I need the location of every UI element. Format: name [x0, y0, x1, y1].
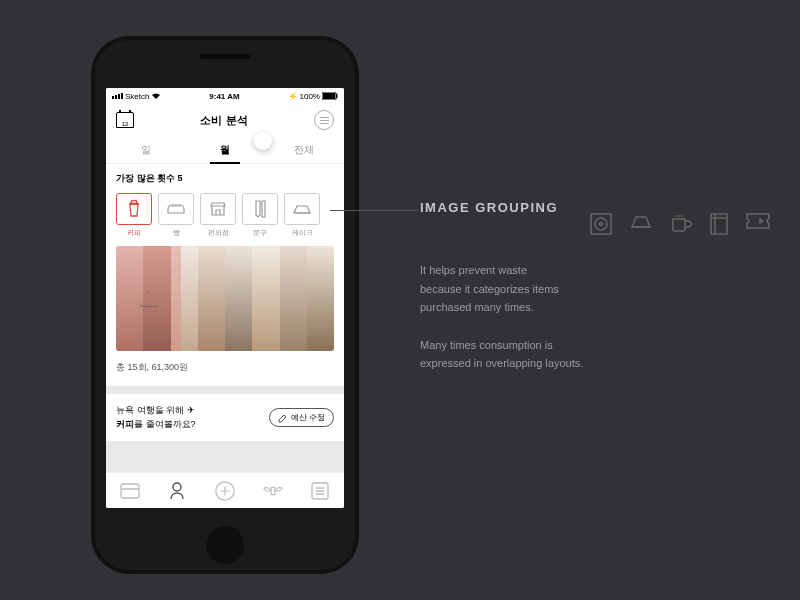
page-title: 소비 분석 [200, 113, 247, 128]
tab-month[interactable]: 월 [185, 136, 264, 163]
battery-icon [322, 92, 338, 100]
section-title: 가장 많은 횟수 5 [116, 172, 334, 185]
phone-frame: Sketch 9:41 AM ⚡ 100% 12 소비 분석 일 월 전체 가장… [95, 40, 355, 570]
status-bar: Sketch 9:41 AM ⚡ 100% [106, 88, 344, 104]
bread-icon [166, 202, 186, 216]
image-collage[interactable] [116, 246, 334, 351]
menu-icon[interactable] [314, 110, 334, 130]
tab-wallet[interactable] [119, 480, 141, 502]
edit-icon [278, 413, 288, 423]
tab-list[interactable] [309, 480, 331, 502]
wifi-icon [151, 92, 161, 100]
svg-point-10 [595, 218, 607, 230]
svg-rect-7 [271, 487, 275, 494]
category-row: 커피 빵 편의점 문구 케이크 [116, 193, 334, 238]
cat-stationery[interactable]: 문구 [242, 193, 278, 238]
plane-icon: ✈ [187, 405, 195, 415]
ticket-icon [746, 213, 770, 235]
tab-analysis[interactable] [166, 480, 188, 502]
content: 가장 많은 횟수 5 커피 빵 편의점 문구 [106, 164, 344, 472]
panel-title: IMAGE GROUPING [420, 200, 558, 215]
store-icon [209, 200, 227, 218]
tab-wings[interactable] [262, 480, 284, 502]
header: 12 소비 분석 [106, 104, 344, 136]
summary-text: 총 15회, 61,300원 [116, 351, 334, 378]
svg-point-3 [131, 201, 137, 204]
tab-indicator-dot [254, 132, 272, 150]
panel-desc: It helps prevent waste because it catego… [420, 261, 760, 373]
suggestion-msg: 뉴욕 여행을 위해 ✈ 커피를 줄여볼까요? [116, 404, 196, 431]
svg-point-5 [173, 483, 181, 491]
budget-button[interactable]: 예산 수정 [269, 408, 334, 427]
bluetooth-icon: ⚡ [288, 92, 298, 101]
tab-add[interactable] [214, 480, 236, 502]
disc-icon [590, 213, 612, 235]
signal-icon [112, 93, 123, 99]
cake-icon [292, 202, 312, 216]
mug-icon [670, 213, 692, 235]
suggestion-section: 뉴욕 여행을 위해 ✈ 커피를 줄여볼까요? 예산 수정 [106, 394, 344, 441]
cat-store[interactable]: 편의점 [200, 193, 236, 238]
screen: Sketch 9:41 AM ⚡ 100% 12 소비 분석 일 월 전체 가장… [106, 88, 344, 508]
svg-rect-4 [121, 484, 139, 498]
cat-coffee[interactable]: 커피 [116, 193, 152, 238]
panel-icons [590, 213, 760, 235]
svg-rect-2 [336, 94, 338, 98]
battery-pct: 100% [300, 92, 320, 101]
svg-point-11 [600, 223, 603, 226]
cat-bread[interactable]: 빵 [158, 193, 194, 238]
svg-rect-9 [591, 214, 611, 234]
cat-cake[interactable]: 케이크 [284, 193, 320, 238]
cup-icon [126, 199, 142, 219]
calendar-icon[interactable]: 12 [116, 112, 134, 128]
svg-rect-12 [711, 214, 727, 234]
book-icon [710, 213, 728, 235]
annotation-panel: IMAGE GROUPING It helps prevent waste be… [420, 200, 760, 373]
slice-icon [630, 213, 652, 235]
clock: 9:41 AM [209, 92, 239, 101]
warning-icon [140, 291, 158, 307]
tab-bar [106, 472, 344, 508]
pencil-icon [253, 199, 267, 219]
warning-overlay [116, 246, 181, 351]
period-tabs: 일 월 전체 [106, 136, 344, 164]
carrier: Sketch [125, 92, 149, 101]
svg-rect-1 [323, 93, 335, 99]
tab-all[interactable]: 전체 [265, 136, 344, 163]
top-section: 가장 많은 횟수 5 커피 빵 편의점 문구 [106, 164, 344, 386]
tab-day[interactable]: 일 [106, 136, 185, 163]
connector-line [330, 210, 418, 211]
